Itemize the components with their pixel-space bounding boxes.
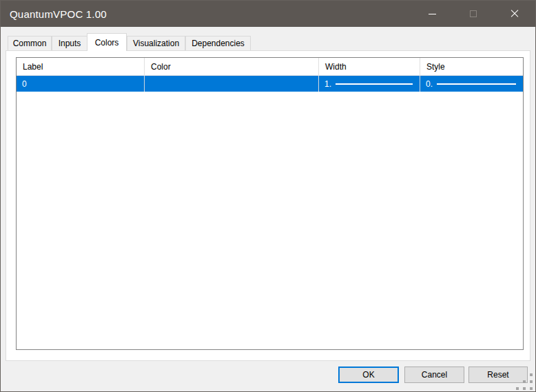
dialog-window: QuantumVPOC 1.00 Common Inputs Colors Vi… <box>0 0 536 392</box>
tab-inputs[interactable]: Inputs <box>52 36 87 50</box>
tab-visualization[interactable]: Visualization <box>127 36 185 50</box>
line-style-preview <box>437 83 516 85</box>
line-width-preview <box>336 83 413 85</box>
row-width-text: 1. <box>324 79 331 89</box>
cancel-button[interactable]: Cancel <box>404 367 464 383</box>
close-icon <box>511 10 519 18</box>
grip-dot <box>530 387 533 390</box>
row-style-text: 0. <box>426 79 433 89</box>
maximize-button <box>453 1 494 27</box>
column-header-style[interactable]: Style <box>420 58 523 75</box>
tab-common[interactable]: Common <box>8 36 52 50</box>
table-header: Label Color Width Style <box>17 58 523 76</box>
colors-table: Label Color Width Style 0 1. 0. <box>16 57 524 350</box>
grip-dot <box>530 380 533 383</box>
close-button[interactable] <box>494 1 535 27</box>
minimize-icon <box>429 14 436 14</box>
grip-dot <box>516 387 519 390</box>
cell-style: 0. <box>420 76 523 92</box>
column-header-label[interactable]: Label <box>17 58 145 75</box>
resize-grip[interactable] <box>516 373 533 391</box>
column-header-width[interactable]: Width <box>319 58 420 75</box>
tab-dependencies[interactable]: Dependencies <box>185 36 251 50</box>
table-row[interactable]: 0 1. 0. <box>17 76 523 92</box>
grip-dot <box>523 380 526 383</box>
grip-dot <box>523 387 526 390</box>
cell-width: 1. <box>319 76 420 92</box>
row-label-text: 0 <box>22 79 27 89</box>
cell-color <box>145 76 319 92</box>
grip-dot <box>530 373 533 376</box>
column-header-color[interactable]: Color <box>145 58 319 75</box>
ok-button[interactable]: OK <box>338 367 399 383</box>
maximize-icon <box>470 10 477 17</box>
tab-colors[interactable]: Colors <box>87 33 127 51</box>
tab-page: Label Color Width Style 0 1. 0. <box>6 50 530 361</box>
window-title: QuantumVPOC 1.00 <box>10 8 107 20</box>
minimize-button[interactable] <box>411 1 453 27</box>
cell-label: 0 <box>17 76 145 92</box>
